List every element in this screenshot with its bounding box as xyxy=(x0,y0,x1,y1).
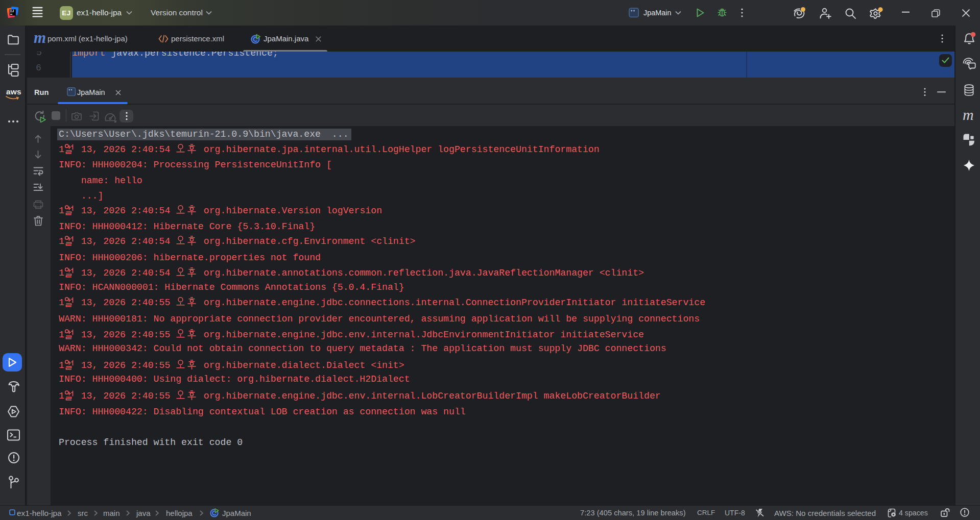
svg-text:IJ: IJ xyxy=(10,10,14,13)
